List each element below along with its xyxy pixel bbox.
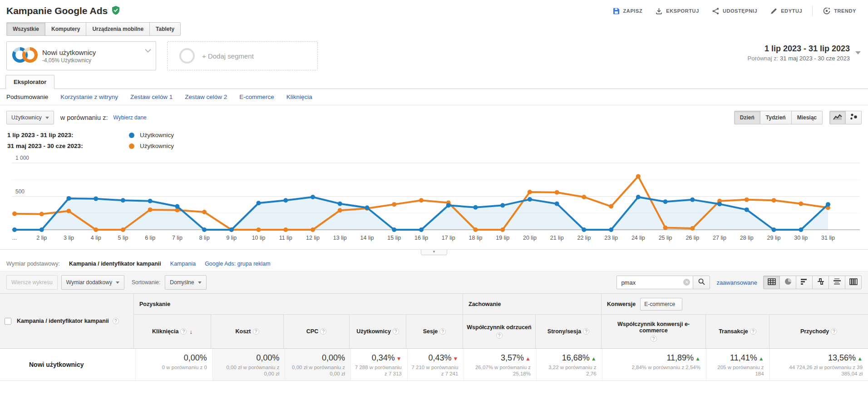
svg-text:12 lip: 12 lip <box>306 235 320 241</box>
segment-donut-icon <box>11 45 38 67</box>
down-arrow-icon: ▼ <box>396 356 402 362</box>
sort-type-button[interactable]: Domyślne <box>165 275 206 290</box>
motion-chart-toggle[interactable] <box>845 111 862 124</box>
report-tab-zestaw-cel-w-2[interactable]: Zestaw celów 2 <box>185 94 227 100</box>
search-button[interactable] <box>693 276 710 289</box>
metric-cell-strony-sesja: 16,68%▲3,22 w porównaniu z 2,76 <box>537 349 602 380</box>
help-icon[interactable]: ? <box>439 328 446 335</box>
active-segment-card[interactable]: Nowi użytkownicy -4,05% Użytkownicy <box>6 41 156 70</box>
device-tab-urz-dzenia-mobilne[interactable]: Urządzenia mobilne <box>86 22 150 36</box>
help-icon[interactable]: ? <box>113 318 119 324</box>
granularity-miesi-c[interactable]: Miesiąc <box>791 111 823 124</box>
chart-rows-button[interactable]: Wiersze wykresu <box>6 275 58 290</box>
report-nav: PodsumowanieKorzystanie z witrynyZestaw … <box>0 89 868 105</box>
date-range-picker[interactable]: 1 lip 2023 - 31 lip 2023 Porównaj z: 31 … <box>748 41 862 70</box>
campaign-column-header[interactable]: Kampania / identyfikator kampanii ? <box>0 294 134 348</box>
column-header-strony-sesja[interactable]: Strony/sesja? <box>536 315 602 348</box>
chart-legend: 1 lip 2023 - 31 lip 2023: Użytkownicy 31… <box>0 126 868 149</box>
motion-chart-icon <box>849 113 858 122</box>
column-header-transakcje[interactable]: Transakcje? <box>706 315 769 348</box>
conversions-goal-select[interactable]: E-commerce <box>640 298 682 311</box>
help-icon[interactable]: ? <box>651 336 657 342</box>
column-header-klikni-cia[interactable]: Kliknięcia?↓ <box>134 315 211 348</box>
column-header-u-ytkownicy[interactable]: Użytkownicy? <box>350 315 406 348</box>
view-pivot-button[interactable] <box>845 276 862 289</box>
report-tab-klikni-cia[interactable]: Kliknięcia <box>286 94 312 100</box>
search-input[interactable] <box>616 276 693 289</box>
help-icon[interactable]: ? <box>393 328 399 335</box>
column-header-wsp-czynnik-odrzuce[interactable]: Współczynnik odrzuceń? <box>463 315 536 348</box>
report-tab-zestaw-cel-w-1[interactable]: Zestaw celów 1 <box>130 94 173 100</box>
export-button[interactable]: EKSPORTUJ <box>650 5 705 18</box>
svg-text:6 lip: 6 lip <box>145 235 155 241</box>
timeseries-chart: 5001 000...2 lip3 lip4 lip5 lip6 lip7 li… <box>0 153 863 250</box>
ga-report-page: Kampanie Google Ads ZAPISZ EKSPORTUJ UDO… <box>0 0 868 381</box>
table-header: Kampania / identyfikator kampanii ? Pozy… <box>0 294 868 349</box>
device-tab-komputery[interactable]: Komputery <box>45 22 86 36</box>
insights-icon <box>823 7 831 15</box>
dimension-campaign-link[interactable]: Kampania <box>170 261 196 267</box>
help-icon[interactable]: ? <box>496 332 503 339</box>
column-header-przychody[interactable]: Przychody? <box>769 315 868 348</box>
help-icon[interactable]: ? <box>750 328 756 335</box>
date-range-compare: Porównaj z: 31 maj 2023 - 30 cze 2023 <box>748 55 850 62</box>
view-table-button[interactable] <box>763 276 780 289</box>
share-icon <box>712 7 720 15</box>
chevron-down-icon[interactable] <box>145 46 151 54</box>
svg-text:500: 500 <box>15 188 25 195</box>
term-cloud-icon <box>833 278 841 286</box>
granularity-tydzie[interactable]: Tydzień <box>760 111 792 124</box>
up-arrow-icon: ▲ <box>759 356 764 362</box>
svg-text:15 lip: 15 lip <box>387 235 401 241</box>
svg-text:25 lip: 25 lip <box>659 235 672 241</box>
dimension-adgroup-link[interactable]: Google Ads: grupa reklam <box>205 261 271 267</box>
report-tab-korzystanie-z-witryny[interactable]: Korzystanie z witryny <box>60 94 118 100</box>
svg-text:19 lip: 19 lip <box>496 235 509 241</box>
line-chart-toggle[interactable] <box>829 111 846 124</box>
metric-cell-przychody: 13,56%▲44 724,26 zł w porównaniu z 39 38… <box>770 349 868 380</box>
column-header-cpc[interactable]: CPC? <box>284 315 350 348</box>
secondary-dimension-button[interactable]: Wymiar dodatkowy <box>61 275 124 290</box>
help-icon[interactable]: ? <box>583 328 589 335</box>
add-segment-circle-icon <box>179 48 195 64</box>
share-button[interactable]: UDOSTĘPNIJ <box>706 5 763 18</box>
add-segment-button[interactable]: + Dodaj segment <box>167 41 318 70</box>
caret-down-icon <box>855 51 861 54</box>
view-term-cloud-button[interactable] <box>829 276 845 289</box>
search-icon <box>698 278 705 287</box>
view-percentage-button[interactable] <box>779 276 796 289</box>
svg-text:3 lip: 3 lip <box>64 235 74 241</box>
help-icon[interactable]: ? <box>320 328 326 335</box>
help-icon[interactable]: ? <box>831 328 837 335</box>
dimension-campaign-id[interactable]: Kampania / identyfikator kampanii <box>69 261 161 267</box>
column-header-koszt[interactable]: Koszt? <box>211 315 284 348</box>
column-header-wsp-czynnik-konwersji-e-commerce[interactable]: Współczynnik konwersji e-commerce? <box>602 315 706 348</box>
svg-text:29 lip: 29 lip <box>767 235 781 241</box>
help-icon[interactable]: ? <box>253 328 259 335</box>
tab-eksplorator[interactable]: Eksplorator <box>5 75 54 89</box>
help-icon[interactable]: ? <box>180 328 187 335</box>
segment-subtitle: -4,05% Użytkownicy <box>42 57 96 64</box>
choose-data-link[interactable]: Wybierz dane <box>113 114 146 121</box>
granularity-dzie[interactable]: Dzień <box>734 111 760 124</box>
campaign-name-cell[interactable]: Nowi użytkownicy <box>0 349 136 380</box>
report-tab-e-commerce[interactable]: E-commerce <box>239 94 274 100</box>
view-performance-button[interactable] <box>796 276 813 289</box>
trends-button[interactable]: TRENDY <box>817 4 862 18</box>
view-comparison-button[interactable] <box>812 276 829 289</box>
metric-column-row: Kliknięcia?↓Koszt?CPC?Użytkownicy?Sesje?… <box>134 315 868 348</box>
save-button[interactable]: ZAPISZ <box>607 5 648 18</box>
up-arrow-icon: ▲ <box>695 356 700 362</box>
metric-select[interactable]: Użytkownicy <box>6 111 54 124</box>
advanced-filter-link[interactable]: zaawansowane <box>716 279 757 286</box>
date-range-primary: 1 lip 2023 - 31 lip 2023 <box>748 44 850 54</box>
column-header-sesje[interactable]: Sesje? <box>406 315 463 348</box>
select-all-checkbox[interactable] <box>5 318 11 325</box>
metric-group-row: PozyskanieZachowanieKonwersjeE-commerce <box>134 294 868 315</box>
pencil-icon <box>770 7 778 15</box>
device-tab-tablety[interactable]: Tablety <box>149 22 181 36</box>
report-tab-podsumowanie[interactable]: Podsumowanie <box>6 94 48 100</box>
up-arrow-icon: ▲ <box>857 356 863 362</box>
edit-button[interactable]: EDYTUJ <box>764 5 808 18</box>
device-tab-wszystkie[interactable]: Wszystkie <box>6 22 45 36</box>
